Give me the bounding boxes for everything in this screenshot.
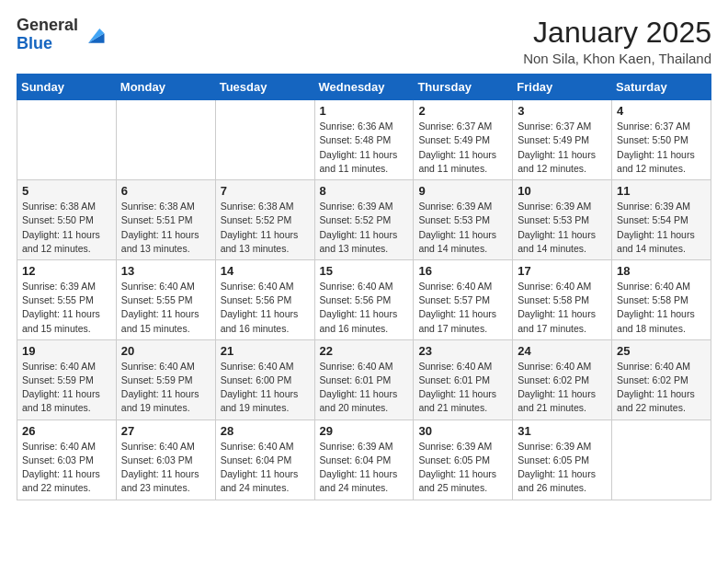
day-info: Sunrise: 6:40 AM Sunset: 5:56 PM Dayligh… (320, 280, 409, 336)
day-cell: 14Sunrise: 6:40 AM Sunset: 5:56 PM Dayli… (215, 259, 314, 339)
day-cell: 22Sunrise: 6:40 AM Sunset: 6:01 PM Dayli… (314, 339, 414, 419)
day-cell: 30Sunrise: 6:39 AM Sunset: 6:05 PM Dayli… (414, 419, 513, 500)
day-cell: 4Sunrise: 6:37 AM Sunset: 5:50 PM Daylig… (612, 100, 711, 180)
day-info: Sunrise: 6:38 AM Sunset: 5:50 PM Dayligh… (22, 200, 111, 256)
day-number: 31 (518, 424, 607, 438)
weekday-header-wednesday: Wednesday (314, 75, 414, 100)
day-cell: 27Sunrise: 6:40 AM Sunset: 6:03 PM Dayli… (116, 419, 215, 500)
day-cell: 2Sunrise: 6:37 AM Sunset: 5:49 PM Daylig… (414, 100, 513, 180)
day-number: 28 (221, 424, 310, 438)
calendar-page: General Blue January 2025 Non Sila, Khon… (0, 0, 728, 563)
day-info: Sunrise: 6:40 AM Sunset: 5:57 PM Dayligh… (418, 280, 507, 336)
logo-general-text: General (17, 16, 78, 34)
day-number: 2 (418, 104, 507, 118)
day-number: 5 (22, 184, 111, 198)
weekday-header-tuesday: Tuesday (215, 75, 314, 100)
day-cell: 24Sunrise: 6:40 AM Sunset: 6:02 PM Dayli… (513, 339, 612, 419)
day-info: Sunrise: 6:39 AM Sunset: 5:54 PM Dayligh… (617, 200, 706, 256)
day-number: 26 (22, 424, 111, 438)
day-number: 8 (320, 184, 409, 198)
day-info: Sunrise: 6:40 AM Sunset: 5:55 PM Dayligh… (121, 280, 210, 336)
weekday-header-row: SundayMondayTuesdayWednesdayThursdayFrid… (17, 75, 711, 100)
logo: General Blue (17, 17, 108, 53)
week-row-1: 1Sunrise: 6:36 AM Sunset: 5:48 PM Daylig… (17, 100, 711, 180)
day-info: Sunrise: 6:40 AM Sunset: 5:59 PM Dayligh… (121, 360, 210, 416)
day-cell (116, 100, 215, 180)
day-number: 15 (320, 264, 409, 278)
day-number: 11 (617, 184, 706, 198)
day-number: 7 (221, 184, 310, 198)
day-cell: 25Sunrise: 6:40 AM Sunset: 6:02 PM Dayli… (612, 339, 711, 419)
day-number: 13 (121, 264, 210, 278)
day-number: 18 (617, 264, 706, 278)
day-cell: 20Sunrise: 6:40 AM Sunset: 5:59 PM Dayli… (116, 339, 215, 419)
day-cell: 29Sunrise: 6:39 AM Sunset: 6:04 PM Dayli… (314, 419, 414, 500)
day-info: Sunrise: 6:40 AM Sunset: 6:02 PM Dayligh… (518, 360, 607, 416)
day-info: Sunrise: 6:40 AM Sunset: 6:01 PM Dayligh… (418, 360, 507, 416)
day-cell: 17Sunrise: 6:40 AM Sunset: 5:58 PM Dayli… (513, 259, 612, 339)
day-number: 12 (22, 264, 111, 278)
day-cell (612, 419, 711, 500)
day-info: Sunrise: 6:40 AM Sunset: 5:58 PM Dayligh… (617, 280, 706, 336)
day-info: Sunrise: 6:40 AM Sunset: 5:56 PM Dayligh… (221, 280, 310, 336)
weekday-header-saturday: Saturday (612, 75, 711, 100)
day-cell: 19Sunrise: 6:40 AM Sunset: 5:59 PM Dayli… (17, 339, 117, 419)
day-number: 25 (617, 344, 706, 358)
day-number: 10 (518, 184, 607, 198)
day-info: Sunrise: 6:40 AM Sunset: 6:03 PM Dayligh… (22, 440, 111, 496)
day-cell: 15Sunrise: 6:40 AM Sunset: 5:56 PM Dayli… (314, 259, 414, 339)
day-cell (215, 100, 314, 180)
day-number: 24 (518, 344, 607, 358)
day-info: Sunrise: 6:39 AM Sunset: 5:53 PM Dayligh… (518, 200, 607, 256)
logo-blue-text: Blue (17, 34, 52, 52)
day-number: 27 (121, 424, 210, 438)
day-info: Sunrise: 6:39 AM Sunset: 5:52 PM Dayligh… (320, 200, 409, 256)
day-cell: 16Sunrise: 6:40 AM Sunset: 5:57 PM Dayli… (414, 259, 513, 339)
day-number: 22 (320, 344, 409, 358)
day-info: Sunrise: 6:39 AM Sunset: 6:04 PM Dayligh… (320, 440, 409, 496)
weekday-header-friday: Friday (513, 75, 612, 100)
week-row-4: 19Sunrise: 6:40 AM Sunset: 5:59 PM Dayli… (17, 339, 711, 419)
day-cell: 31Sunrise: 6:39 AM Sunset: 6:05 PM Dayli… (513, 419, 612, 500)
header: General Blue January 2025 Non Sila, Khon… (17, 17, 711, 66)
day-cell: 10Sunrise: 6:39 AM Sunset: 5:53 PM Dayli… (513, 180, 612, 260)
week-row-2: 5Sunrise: 6:38 AM Sunset: 5:50 PM Daylig… (17, 180, 711, 260)
day-cell: 23Sunrise: 6:40 AM Sunset: 6:01 PM Dayli… (414, 339, 513, 419)
day-cell: 5Sunrise: 6:38 AM Sunset: 5:50 PM Daylig… (17, 180, 117, 260)
day-info: Sunrise: 6:40 AM Sunset: 6:04 PM Dayligh… (221, 440, 310, 496)
day-number: 6 (121, 184, 210, 198)
day-info: Sunrise: 6:38 AM Sunset: 5:52 PM Dayligh… (221, 200, 310, 256)
weekday-header-monday: Monday (116, 75, 215, 100)
weekday-header-sunday: Sunday (17, 75, 117, 100)
day-info: Sunrise: 6:40 AM Sunset: 6:01 PM Dayligh… (320, 360, 409, 416)
day-number: 4 (617, 104, 706, 118)
day-cell: 3Sunrise: 6:37 AM Sunset: 5:49 PM Daylig… (513, 100, 612, 180)
day-info: Sunrise: 6:40 AM Sunset: 5:59 PM Dayligh… (22, 360, 111, 416)
month-title: January 2025 (523, 17, 711, 49)
day-number: 14 (221, 264, 310, 278)
week-row-3: 12Sunrise: 6:39 AM Sunset: 5:55 PM Dayli… (17, 259, 711, 339)
day-cell: 11Sunrise: 6:39 AM Sunset: 5:54 PM Dayli… (612, 180, 711, 260)
day-info: Sunrise: 6:38 AM Sunset: 5:51 PM Dayligh… (121, 200, 210, 256)
day-cell: 12Sunrise: 6:39 AM Sunset: 5:55 PM Dayli… (17, 259, 117, 339)
location-title: Non Sila, Khon Kaen, Thailand (523, 51, 711, 66)
title-block: January 2025 Non Sila, Khon Kaen, Thaila… (523, 17, 711, 66)
day-cell: 18Sunrise: 6:40 AM Sunset: 5:58 PM Dayli… (612, 259, 711, 339)
day-number: 9 (418, 184, 507, 198)
day-cell: 7Sunrise: 6:38 AM Sunset: 5:52 PM Daylig… (215, 180, 314, 260)
day-info: Sunrise: 6:39 AM Sunset: 6:05 PM Dayligh… (418, 440, 507, 496)
day-info: Sunrise: 6:40 AM Sunset: 6:02 PM Dayligh… (617, 360, 706, 416)
day-number: 29 (320, 424, 409, 438)
calendar-table: SundayMondayTuesdayWednesdayThursdayFrid… (17, 74, 711, 500)
weekday-header-thursday: Thursday (414, 75, 513, 100)
day-info: Sunrise: 6:36 AM Sunset: 5:48 PM Dayligh… (320, 120, 409, 176)
day-cell: 28Sunrise: 6:40 AM Sunset: 6:04 PM Dayli… (215, 419, 314, 500)
day-info: Sunrise: 6:39 AM Sunset: 5:55 PM Dayligh… (22, 280, 111, 336)
day-cell: 8Sunrise: 6:39 AM Sunset: 5:52 PM Daylig… (314, 180, 414, 260)
day-info: Sunrise: 6:39 AM Sunset: 5:53 PM Dayligh… (418, 200, 507, 256)
day-number: 1 (320, 104, 409, 118)
day-number: 19 (22, 344, 111, 358)
day-cell (17, 100, 117, 180)
day-info: Sunrise: 6:37 AM Sunset: 5:49 PM Dayligh… (518, 120, 607, 176)
day-info: Sunrise: 6:39 AM Sunset: 6:05 PM Dayligh… (518, 440, 607, 496)
